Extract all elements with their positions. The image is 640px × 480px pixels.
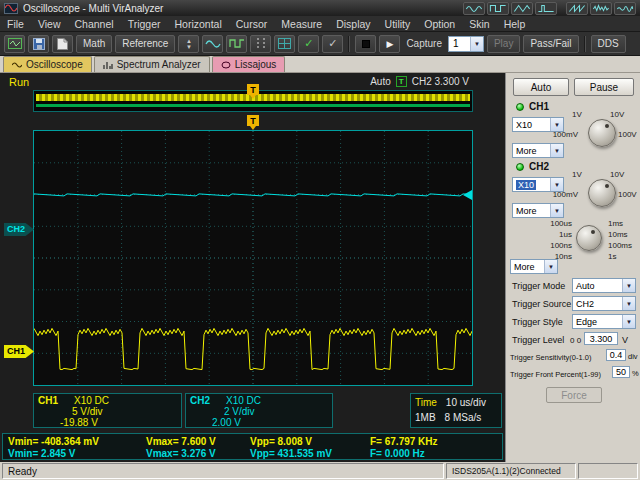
run-status: Run <box>9 76 29 88</box>
menu-skin[interactable]: Skin <box>462 16 496 31</box>
capture-label: Capture <box>403 38 445 49</box>
tab-lissajous[interactable]: Lissajous <box>212 56 286 72</box>
reference-button[interactable]: Reference <box>115 35 175 53</box>
pulse-wave-button[interactable] <box>535 2 557 15</box>
ch1-position-tag[interactable]: CH1 <box>4 345 34 358</box>
square-wave-button[interactable] <box>487 2 509 15</box>
menu-help[interactable]: Help <box>497 16 533 31</box>
ch2-vpp: Vpp= 431.535 mV <box>250 448 370 459</box>
ch2-info-name: CH2 <box>190 395 210 406</box>
sawtooth-wave-button[interactable] <box>566 2 588 15</box>
trigger-mode-value: Auto <box>576 281 595 291</box>
menu-view[interactable]: View <box>31 16 68 31</box>
trigger-front-percent-input[interactable] <box>612 366 630 378</box>
ch1-info-box: CH1X10 DC 5 V/div -19.88 V <box>33 393 182 428</box>
trigger-source-value: CH2 <box>576 299 594 309</box>
tab-bar: Oscilloscope Spectrum Analyzer Lissajous <box>0 56 640 73</box>
ch1-attenuation-value: X10 <box>516 120 532 130</box>
trigger-readout: CH2 3.300 V <box>412 76 469 87</box>
title-bar: Oscilloscope - Multi VirAnalyzer <box>0 0 640 16</box>
trigger-position-marker-view[interactable]: T <box>247 115 259 126</box>
ch2-info-mode: X10 DC <box>226 395 261 406</box>
sine-wave-button[interactable] <box>463 2 485 15</box>
triangle-wave-button[interactable] <box>511 2 533 15</box>
save-button[interactable] <box>28 35 49 53</box>
ch2-more-select[interactable]: More ▼ <box>512 203 564 218</box>
check-measure-icon[interactable]: ✓ <box>322 35 343 53</box>
memory-depth: 1MB <box>415 410 436 425</box>
waveform-grid[interactable] <box>33 130 473 386</box>
tab-spectrum-label: Spectrum Analyzer <box>117 59 201 70</box>
menu-cursor[interactable]: Cursor <box>229 16 275 31</box>
ch1-scale-label-100v: 100V <box>618 130 637 139</box>
waveform-view-button[interactable] <box>202 35 223 53</box>
ch2-volts-knob[interactable] <box>588 179 616 207</box>
timebase-more-select[interactable]: More ▼ <box>510 259 558 274</box>
trigger-source-select[interactable]: CH2 ▼ <box>572 296 636 311</box>
measurements-bar: Vmin= -408.364 mV Vmax= 7.600 V Vpp= 8.0… <box>2 433 503 460</box>
status-endcap <box>578 463 638 479</box>
ch1-scale-label-100mv: 100mV <box>546 130 578 139</box>
pause-button[interactable]: Pause <box>574 78 634 96</box>
ch2-offset-readout: 2.00 V <box>190 417 328 428</box>
cursors-button[interactable] <box>250 35 271 53</box>
trigger-front-percent-unit: % <box>632 369 639 378</box>
square-view-button[interactable] <box>226 35 247 53</box>
menu-channel[interactable]: Channel <box>68 16 121 31</box>
reference-spin-buttons[interactable]: ▲▼ <box>178 35 199 53</box>
timebase-knob[interactable] <box>576 225 602 251</box>
dds-button[interactable]: DDS <box>591 35 626 53</box>
menu-trigger[interactable]: Trigger <box>121 16 168 31</box>
time-label: Time <box>415 395 437 410</box>
trigger-level-input[interactable] <box>584 332 618 345</box>
time-label-10ms: 10ms <box>608 230 628 239</box>
math-button[interactable]: Math <box>76 35 112 53</box>
ch1-more-select[interactable]: More ▼ <box>512 143 564 158</box>
noise-wave-button[interactable] <box>590 2 612 15</box>
auto-button[interactable]: Auto <box>513 78 569 96</box>
am-wave-button[interactable] <box>614 2 636 15</box>
menu-file[interactable]: File <box>0 16 31 31</box>
play-button[interactable]: Play <box>487 35 520 53</box>
ch2-header: CH2 <box>516 161 549 172</box>
ch2-scale-label-100mv: 100mV <box>546 190 578 199</box>
tab-lissajous-label: Lissajous <box>235 59 277 70</box>
tab-oscilloscope[interactable]: Oscilloscope <box>3 56 92 72</box>
check-pass-icon[interactable]: ✓ <box>298 35 319 53</box>
ch1-volts-knob[interactable] <box>588 119 616 147</box>
trigger-mode-select[interactable]: Auto ▼ <box>572 278 636 293</box>
run-button[interactable]: ▶ <box>379 35 400 53</box>
trigger-position-marker-record[interactable]: T <box>247 84 259 95</box>
chevron-down-icon: ▼ <box>470 37 483 51</box>
menu-utility[interactable]: Utility <box>378 16 418 31</box>
display-screen-button[interactable] <box>4 35 25 53</box>
ch1-panel-label: CH1 <box>529 101 549 112</box>
time-label-1us: 1us <box>540 230 572 239</box>
capture-count-select[interactable]: 1 ▼ <box>448 36 484 52</box>
trigger-style-select[interactable]: Edge ▼ <box>572 314 636 329</box>
grid-display-button[interactable] <box>274 35 295 53</box>
menu-option[interactable]: Option <box>417 16 462 31</box>
trigger-mode-label: Trigger Mode <box>512 281 565 291</box>
chevron-down-icon: ▼ <box>622 297 635 310</box>
time-label-100ms: 100ms <box>608 241 632 250</box>
tab-spectrum-analyzer[interactable]: Spectrum Analyzer <box>94 56 210 72</box>
export-image-button[interactable] <box>52 35 73 53</box>
trigger-sensitivity-input[interactable] <box>606 349 626 361</box>
menu-display[interactable]: Display <box>329 16 377 31</box>
menu-measure[interactable]: Measure <box>274 16 329 31</box>
scope-display-area: Run Auto T CH2 3.300 V T T CH2 CH1 CH1X1… <box>0 73 505 462</box>
timebase-more-value: More <box>514 262 535 272</box>
lissajous-tab-icon <box>221 61 231 69</box>
ch2-position-tag[interactable]: CH2 <box>4 223 34 236</box>
ch1-frequency: F= 67.797 KHz <box>370 436 438 447</box>
status-device-connection: ISDS205A(1.1)(2)Connected <box>446 463 576 479</box>
pass-fail-button[interactable]: Pass/Fail <box>523 35 578 53</box>
stop-button[interactable] <box>355 35 376 53</box>
force-trigger-button[interactable]: Force <box>546 387 602 403</box>
menu-horizontal[interactable]: Horizontal <box>168 16 229 31</box>
toolbar-separator <box>584 36 586 52</box>
trigger-source-label: Trigger Source <box>512 299 571 309</box>
oscilloscope-tab-icon <box>12 61 22 69</box>
control-panel: Auto Pause CH1 X10 ▼ 1V 10V 100mV 100V M… <box>505 73 640 462</box>
